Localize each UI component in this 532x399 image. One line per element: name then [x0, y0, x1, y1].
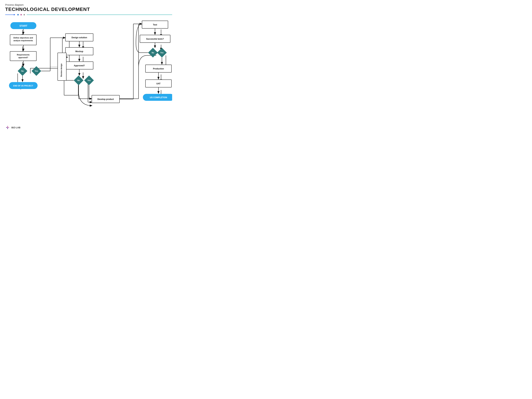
- svg-text:Mockup: Mockup: [75, 50, 83, 53]
- svg-text:No: No: [77, 79, 80, 81]
- legend-bar: [5, 13, 172, 16]
- legend-dot-gray: [24, 14, 25, 15]
- svg-text:Design solution: Design solution: [71, 36, 87, 39]
- svg-text:Production: Production: [153, 68, 164, 70]
- svg-text:Define objectives and: Define objectives and: [13, 37, 33, 39]
- flowchart-area: START Define objectives and analyze requ…: [5, 19, 172, 132]
- svg-text:US COMPLETION: US COMPLETION: [150, 96, 167, 99]
- svg-text:analyze requirements: analyze requirements: [13, 39, 33, 42]
- svg-text:START: START: [19, 25, 27, 27]
- flowchart-svg: START Define objectives and analyze requ…: [5, 19, 172, 130]
- svg-text:No: No: [21, 70, 24, 72]
- subtitle: Process diagram:: [5, 3, 172, 6]
- legend-arrow-icon: [5, 13, 16, 16]
- svg-text:Test: Test: [153, 24, 157, 26]
- svg-text:Successful tests?: Successful tests?: [146, 38, 164, 40]
- page-container: Process diagram: TECHNOLOGICAL DEVELOPME…: [0, 0, 177, 133]
- legend-dot-blue: [17, 14, 19, 15]
- page-title: TECHNOLOGICAL DEVELOPMENT: [5, 6, 172, 12]
- svg-text:UAT: UAT: [156, 82, 160, 85]
- svg-text:END OF US PROJECT: END OF US PROJECT: [13, 85, 33, 87]
- svg-text:approved?: approved?: [18, 57, 28, 58]
- svg-text:Review design: Review design: [60, 63, 62, 77]
- header: Process diagram: TECHNOLOGICAL DEVELOPME…: [5, 3, 172, 12]
- legend-line: [27, 14, 172, 15]
- svg-text:Develop product: Develop product: [97, 98, 114, 101]
- svg-text:Yes: Yes: [160, 52, 164, 54]
- legend-dot-pink: [20, 14, 22, 15]
- svg-text:Yes: Yes: [88, 79, 91, 81]
- svg-text:Requirements: Requirements: [17, 54, 29, 56]
- logo: BIZ-LAB: [5, 125, 20, 130]
- svg-text:Yes: Yes: [35, 70, 38, 72]
- logo-label: BIZ-LAB: [12, 126, 20, 129]
- svg-text:Approved?: Approved?: [74, 64, 85, 67]
- svg-text:No: No: [152, 52, 154, 54]
- svg-rect-36: [10, 51, 36, 61]
- svg-marker-1: [14, 14, 15, 15]
- logo-icon: [5, 125, 10, 130]
